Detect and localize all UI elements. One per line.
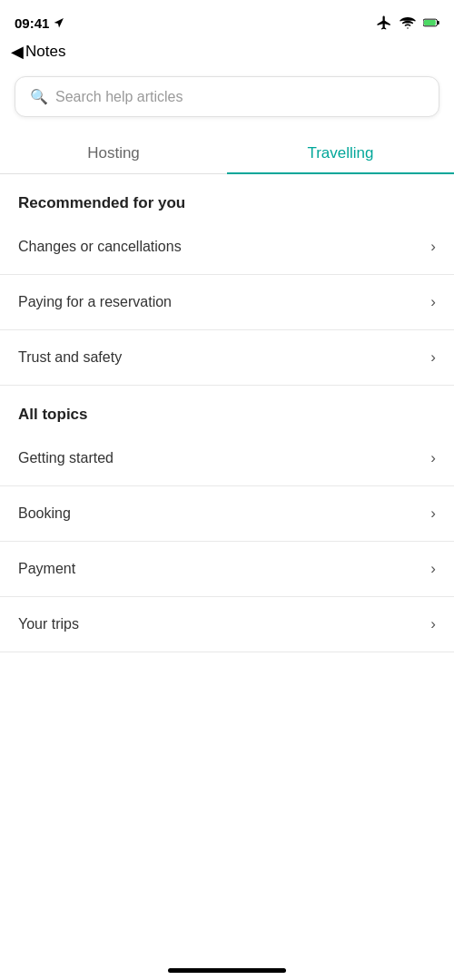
status-time: 09:41	[15, 15, 64, 31]
list-item-payment[interactable]: Payment ›	[0, 542, 454, 597]
list-item-label: Changes or cancellations	[18, 239, 182, 255]
location-icon	[53, 17, 64, 29]
wifi-icon	[400, 15, 416, 31]
svg-rect-4	[424, 20, 436, 25]
list-item-label: Your trips	[18, 616, 79, 632]
list-item-label: Trust and safety	[18, 349, 122, 366]
chevron-right-icon: ›	[430, 238, 436, 256]
section-all-topics: All topics Getting started › Booking › P…	[0, 386, 454, 652]
list-item-label: Booking	[18, 505, 71, 522]
list-item-label: Payment	[18, 561, 75, 577]
airplane-icon	[376, 15, 392, 31]
svg-marker-0	[54, 18, 64, 27]
back-nav-label: Notes	[25, 43, 65, 61]
list-item-label: Getting started	[18, 450, 114, 466]
list-item-paying-reservation[interactable]: Paying for a reservation ›	[0, 275, 454, 330]
battery-icon	[423, 15, 439, 31]
search-icon: 🔍	[30, 88, 48, 105]
search-placeholder: Search help articles	[55, 89, 183, 105]
list-item-changes-cancellations[interactable]: Changes or cancellations ›	[0, 220, 454, 275]
tab-travelling[interactable]: Travelling	[227, 132, 454, 173]
list-item-your-trips[interactable]: Your trips ›	[0, 597, 454, 652]
section-title-recommended: Recommended for you	[0, 174, 454, 220]
tab-hosting[interactable]: Hosting	[0, 132, 227, 173]
chevron-right-icon: ›	[430, 293, 436, 311]
list-item-trust-safety[interactable]: Trust and safety ›	[0, 330, 454, 386]
chevron-right-icon: ›	[430, 505, 436, 523]
svg-rect-3	[438, 21, 439, 24]
tabs: Hosting Travelling	[0, 132, 454, 174]
chevron-right-icon: ›	[430, 615, 436, 633]
list-item-label: Paying for a reservation	[18, 294, 172, 310]
search-bar[interactable]: 🔍 Search help articles	[15, 76, 439, 117]
status-bar: 09:41	[0, 0, 454, 40]
svg-point-1	[407, 27, 409, 29]
section-title-all-topics: All topics	[0, 386, 454, 431]
home-indicator	[168, 968, 286, 973]
chevron-right-icon: ›	[430, 449, 436, 467]
search-container: 🔍 Search help articles	[0, 69, 454, 132]
back-chevron-icon: ◀	[11, 42, 24, 62]
list-item-getting-started[interactable]: Getting started ›	[0, 431, 454, 486]
section-recommended: Recommended for you Changes or cancellat…	[0, 174, 454, 386]
back-nav[interactable]: ◀ Notes	[0, 40, 454, 69]
status-icons	[376, 15, 439, 31]
list-item-booking[interactable]: Booking ›	[0, 486, 454, 542]
chevron-right-icon: ›	[430, 348, 436, 367]
chevron-right-icon: ›	[430, 560, 436, 578]
